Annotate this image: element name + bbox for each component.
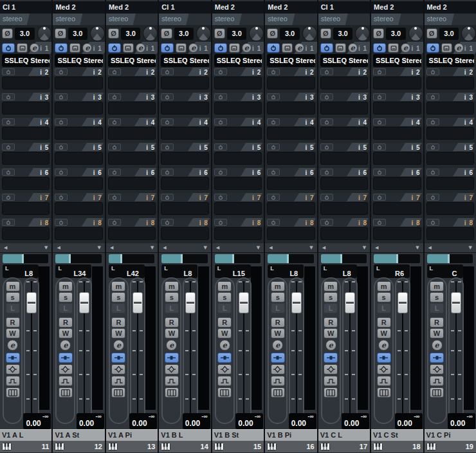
insert-power-button[interactable] (108, 93, 121, 100)
solo-button[interactable]: s (165, 292, 179, 302)
insert-slot-empty[interactable] (373, 77, 421, 89)
insert-slot-empty[interactable] (161, 177, 208, 190)
channel-name[interactable]: V1 A L (0, 429, 51, 441)
instrument-button[interactable] (6, 387, 20, 398)
insert-slot-empty[interactable] (373, 102, 421, 115)
insert-power-button[interactable] (55, 118, 68, 125)
edit-channel-button[interactable]: e (7, 340, 18, 351)
pan-value-box[interactable]: L L8 (321, 264, 357, 278)
gain-knob[interactable] (249, 26, 264, 41)
rack-menu-icon[interactable]: ▼ (97, 246, 100, 250)
mute-button[interactable]: m (111, 281, 125, 291)
edit-channel-button[interactable]: e (378, 340, 389, 351)
insert-power-button[interactable] (320, 143, 333, 151)
insert-slot-empty[interactable] (320, 102, 368, 115)
channel-title[interactable]: Med 2 (265, 0, 316, 14)
sends-state-button[interactable] (111, 376, 125, 386)
channel-input-config[interactable]: stereo (159, 14, 210, 25)
insert-power-button[interactable] (161, 93, 174, 100)
insert-slot-empty[interactable] (161, 227, 208, 240)
insert-power-button-active[interactable] (2, 43, 15, 53)
insert-bypass-button[interactable] (441, 43, 452, 53)
solo-button[interactable]: s (430, 292, 444, 302)
instrument-button[interactable] (430, 387, 444, 398)
insert-slot-plugin[interactable]: SSLEQ Stereo (214, 54, 262, 67)
insert-bypass-button[interactable] (229, 43, 240, 53)
insert-slot-empty[interactable] (214, 127, 262, 140)
sends-state-button[interactable] (430, 376, 444, 386)
phase-button[interactable]: Ø (161, 28, 172, 39)
inserts-state-button[interactable] (271, 353, 285, 363)
insert-power-button[interactable] (108, 169, 121, 176)
fader-db-value[interactable]: 0.00 (398, 419, 412, 428)
insert-power-button[interactable] (2, 194, 15, 201)
insert-power-button[interactable] (267, 68, 280, 75)
edit-channel-button[interactable]: e (272, 340, 283, 351)
insert-bypass-button[interactable] (282, 43, 293, 53)
solo-button[interactable]: s (271, 292, 285, 302)
channel-name[interactable]: V1 A St (53, 429, 104, 441)
phase-button[interactable]: Ø (426, 28, 437, 39)
sends-state-button[interactable] (217, 376, 232, 386)
insert-power-button[interactable] (2, 219, 15, 226)
pan-slider[interactable] (109, 254, 154, 263)
insert-slot-empty[interactable] (267, 227, 315, 240)
gain-knob[interactable] (196, 26, 211, 41)
insert-slot-empty[interactable] (373, 227, 421, 240)
sends-state-button[interactable] (271, 376, 285, 386)
insert-slot-empty[interactable] (2, 152, 50, 165)
solo-button[interactable]: s (6, 292, 20, 302)
solo-button[interactable]: s (324, 292, 338, 302)
edit-channel-button[interactable]: e (113, 340, 124, 351)
solo-button[interactable]: s (111, 292, 125, 302)
read-automation-button[interactable]: R (217, 317, 232, 328)
insert-power-button[interactable] (108, 68, 121, 75)
insert-power-button[interactable] (2, 93, 15, 100)
phase-button[interactable]: Ø (373, 28, 384, 39)
insert-power-button[interactable] (426, 194, 439, 201)
insert-slot-empty[interactable] (426, 102, 474, 115)
insert-slot-plugin[interactable]: SSLEQ Stereo (161, 54, 208, 67)
pan-slider[interactable] (374, 254, 419, 263)
pan-slider[interactable] (3, 254, 48, 263)
collapse-left-icon[interactable]: ◀ (322, 246, 325, 250)
insert-slot-empty[interactable] (2, 127, 50, 140)
listen-button[interactable]: L (324, 303, 338, 313)
insert-power-button[interactable] (426, 143, 439, 151)
insert-power-button[interactable] (267, 194, 280, 201)
insert-slot-empty[interactable] (267, 202, 315, 215)
channel-name[interactable]: V1 C L (318, 429, 370, 441)
insert-slot-empty[interactable] (214, 177, 262, 190)
insert-slot-empty[interactable] (320, 127, 368, 140)
insert-power-button[interactable] (55, 219, 68, 226)
insert-slot-empty[interactable] (55, 202, 102, 215)
insert-power-button[interactable] (373, 93, 386, 100)
instrument-button[interactable] (111, 387, 125, 398)
insert-edit-button[interactable]: e (242, 43, 252, 53)
insert-power-button[interactable] (55, 68, 68, 75)
insert-slot-empty[interactable] (426, 77, 474, 89)
insert-power-button[interactable] (373, 68, 386, 75)
insert-slot-empty[interactable] (2, 227, 50, 240)
insert-power-button-active[interactable] (161, 43, 174, 53)
pan-slider[interactable] (321, 254, 367, 263)
listen-button[interactable]: L (430, 303, 444, 313)
insert-slot-empty[interactable] (214, 102, 262, 115)
channel-input-config[interactable]: stereo (53, 14, 104, 25)
insert-slot-plugin[interactable]: SSLEQ Stereo (320, 54, 368, 67)
sends-state-button[interactable] (165, 376, 179, 386)
eq-state-button[interactable] (430, 364, 444, 374)
edit-channel-button[interactable]: e (166, 340, 177, 351)
inserts-state-button[interactable] (111, 353, 125, 363)
insert-slot-empty[interactable] (55, 77, 102, 89)
channel-input-config[interactable]: stereo (371, 14, 423, 25)
insert-power-button[interactable] (2, 118, 15, 125)
insert-slot-empty[interactable] (426, 202, 474, 215)
channel-name[interactable]: V1 A Pi (106, 429, 158, 441)
write-automation-button[interactable]: W (217, 328, 232, 338)
insert-power-button[interactable] (161, 194, 174, 201)
insert-power-button[interactable] (373, 118, 386, 125)
phase-button[interactable]: Ø (320, 28, 331, 39)
eq-state-button[interactable] (324, 364, 338, 374)
collapse-left-icon[interactable]: ◀ (4, 246, 7, 250)
